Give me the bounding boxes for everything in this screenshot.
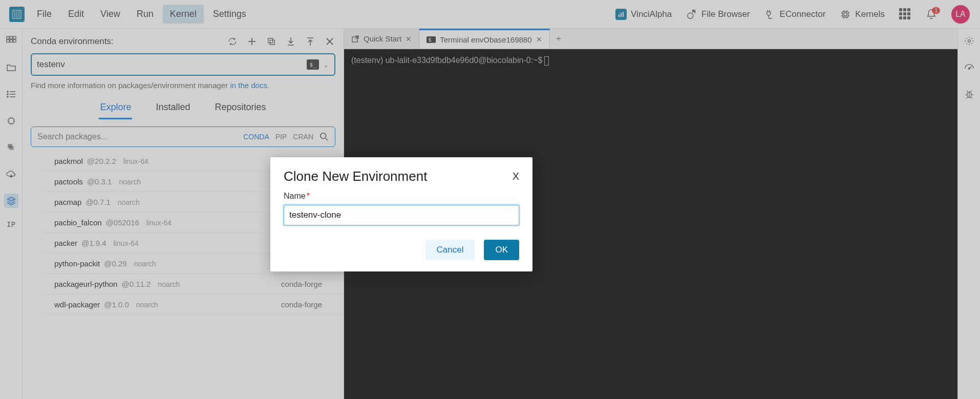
modal-close-button[interactable]: X — [513, 171, 519, 182]
ok-button[interactable]: OK — [484, 240, 519, 260]
clone-env-modal: Clone New Environment X Name* Cancel OK — [270, 157, 532, 271]
clone-name-input[interactable] — [284, 205, 519, 225]
modal-title: Clone New Environment — [284, 169, 427, 184]
cancel-button[interactable]: Cancel — [425, 240, 475, 260]
modal-name-label: Name* — [284, 192, 519, 201]
